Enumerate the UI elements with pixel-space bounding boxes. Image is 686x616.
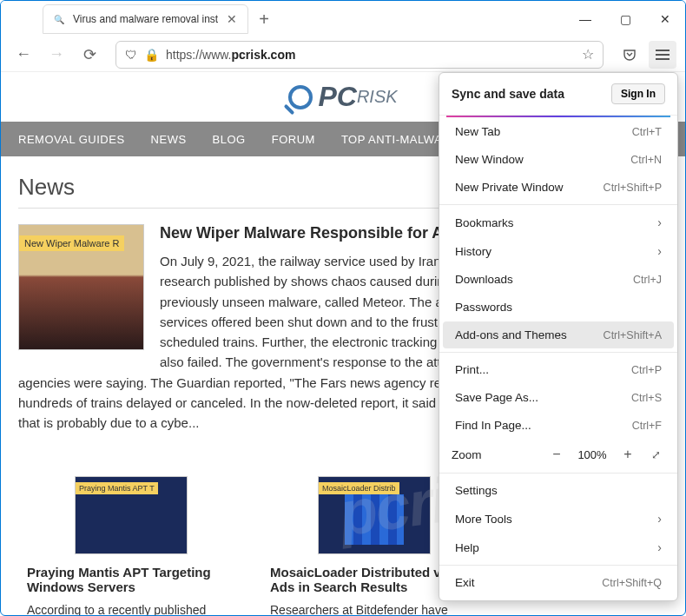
browser-tab[interactable]: 🔍 Virus and malware removal inst ✕ — [43, 4, 248, 34]
tab-title: Virus and malware removal inst — [73, 13, 218, 25]
article-thumbnail[interactable]: New Wiper Malware R — [18, 224, 144, 350]
chevron-right-icon: › — [657, 512, 662, 526]
url-text: https://www.pcrisk.com — [166, 48, 575, 62]
chevron-right-icon: › — [657, 215, 662, 229]
zoom-label: Zoom — [452, 448, 538, 461]
menu-separator — [439, 352, 677, 353]
menu-save-page[interactable]: Save Page As...Ctrl+S — [443, 384, 674, 411]
menu-separator — [439, 204, 677, 205]
maximize-button[interactable]: ▢ — [605, 5, 645, 33]
window-controls: — ▢ ✕ — [565, 5, 685, 33]
nav-blog[interactable]: BLOG — [213, 133, 246, 146]
menu-new-private-window[interactable]: New Private WindowCtrl+Shift+P — [443, 174, 674, 201]
address-bar[interactable]: 🛡 🔒 https://www.pcrisk.com ☆ — [115, 41, 604, 69]
menu-settings[interactable]: Settings — [443, 477, 674, 504]
nav-removal-guides[interactable]: REMOVAL GUIDES — [18, 133, 125, 146]
sync-title: Sync and save data — [452, 87, 564, 101]
new-tab-button[interactable]: + — [259, 10, 269, 30]
nav-forum[interactable]: FORUM — [272, 133, 315, 146]
favicon-icon: 🔍 — [52, 12, 66, 26]
forward-button[interactable]: → — [43, 41, 70, 69]
zoom-value: 100% — [575, 448, 610, 461]
card-praying-mantis: Praying Mantis APT T Praying Mantis APT … — [27, 476, 235, 615]
fullscreen-button[interactable]: ⤢ — [646, 445, 665, 464]
card-thumbnail[interactable]: MosaicLoader Distrib — [318, 476, 431, 554]
menu-new-tab[interactable]: New TabCtrl+T — [443, 118, 674, 145]
menu-addons-themes[interactable]: Add-ons and ThemesCtrl+Shift+A — [443, 321, 674, 348]
toolbar: ← → ⟳ 🛡 🔒 https://www.pcrisk.com ☆ — [1, 37, 685, 72]
close-window-button[interactable]: ✕ — [645, 5, 685, 33]
menu-find-in-page[interactable]: Find In Page...Ctrl+F — [443, 412, 674, 439]
card-thumbnail[interactable]: Praying Mantis APT T — [75, 476, 188, 554]
lock-icon: 🔒 — [144, 48, 159, 62]
menu-sync-header: Sync and save data Sign In — [439, 73, 677, 116]
zoom-out-button[interactable]: − — [547, 445, 566, 464]
thumbnail-banner: Praying Mantis APT T — [76, 482, 158, 494]
card-body: Researchers at Bitdefender have — [270, 603, 478, 615]
bookmark-star-icon[interactable]: ☆ — [582, 46, 594, 63]
tab-close-button[interactable]: ✕ — [225, 12, 239, 26]
menu-bookmarks[interactable]: Bookmarks› — [443, 209, 674, 236]
reload-button[interactable]: ⟳ — [76, 41, 103, 69]
menu-more-tools[interactable]: More Tools› — [443, 505, 674, 533]
sign-in-button[interactable]: Sign In — [611, 83, 665, 104]
card-title[interactable]: Praying Mantis APT Targeting Windows Ser… — [27, 565, 235, 594]
gradient-divider — [446, 116, 670, 117]
titlebar: 🔍 Virus and malware removal inst ✕ + — ▢… — [1, 1, 685, 37]
menu-help[interactable]: Help› — [443, 533, 674, 561]
zoom-in-button[interactable]: + — [618, 445, 637, 464]
menu-passwords[interactable]: Passwords — [443, 294, 674, 321]
thumbnail-banner: New Wiper Malware R — [19, 235, 124, 251]
chevron-right-icon: › — [657, 244, 662, 258]
menu-separator — [439, 473, 677, 474]
minimize-button[interactable]: — — [565, 5, 605, 33]
thumbnail-banner: MosaicLoader Distrib — [319, 482, 399, 494]
menu-print[interactable]: Print...Ctrl+P — [443, 356, 674, 383]
menu-zoom: Zoom − 100% + ⤢ — [439, 440, 677, 469]
menu-separator — [439, 565, 677, 566]
back-button[interactable]: ← — [10, 41, 37, 69]
application-menu: Sync and save data Sign In New TabCtrl+T… — [439, 72, 678, 601]
shield-icon: 🛡 — [125, 48, 137, 62]
menu-new-window[interactable]: New WindowCtrl+N — [443, 146, 674, 173]
pocket-icon[interactable] — [616, 41, 643, 69]
app-menu-button[interactable] — [649, 41, 676, 69]
menu-history[interactable]: History› — [443, 237, 674, 265]
menu-downloads[interactable]: DownloadsCtrl+J — [443, 266, 674, 293]
menu-exit[interactable]: ExitCtrl+Shift+Q — [443, 569, 674, 596]
magnifier-icon — [288, 85, 313, 109]
card-body: According to a recently published — [27, 603, 235, 615]
chevron-right-icon: › — [657, 540, 662, 554]
nav-news[interactable]: NEWS — [151, 133, 187, 146]
